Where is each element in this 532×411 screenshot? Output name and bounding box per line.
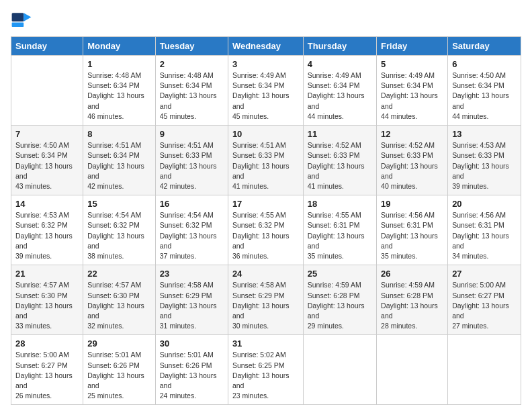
day-detail: Sunrise: 5:01 AMSunset: 6:26 PMDaylight:… xyxy=(87,350,151,401)
daylight-text: Daylight: 13 hours and xyxy=(87,161,151,181)
calendar-cell xyxy=(11,56,83,126)
daylight-text: Daylight: 13 hours and xyxy=(87,301,151,321)
day-detail: Sunrise: 4:59 AMSunset: 6:28 PMDaylight:… xyxy=(308,280,372,331)
calendar-cell: 7Sunrise: 4:50 AMSunset: 6:34 PMDaylight… xyxy=(11,126,83,195)
sunrise-text: Sunrise: 4:56 AM xyxy=(452,210,517,220)
sunset-text: Sunset: 6:28 PM xyxy=(381,291,443,301)
sunrise-text: Sunrise: 5:00 AM xyxy=(452,280,517,290)
daylight-text: Daylight: 13 hours and xyxy=(308,231,372,251)
day-detail: Sunrise: 5:00 AMSunset: 6:27 PMDaylight:… xyxy=(452,280,517,331)
daylight-text: Daylight: 13 hours and xyxy=(232,231,299,251)
day-number: 2 xyxy=(160,59,224,69)
sunrise-text: Sunrise: 4:57 AM xyxy=(15,280,79,290)
daylight-text: Daylight: 13 hours and xyxy=(232,301,299,321)
daylight-text: Daylight: 13 hours and xyxy=(87,231,151,251)
sunrise-text: Sunrise: 5:02 AM xyxy=(232,350,299,360)
day-number: 5 xyxy=(381,59,443,69)
daylight-text-cont: 42 minutes. xyxy=(87,181,151,191)
day-number: 16 xyxy=(160,199,224,209)
daylight-text: Daylight: 13 hours and xyxy=(160,301,224,321)
day-detail: Sunrise: 4:48 AMSunset: 6:34 PMDaylight:… xyxy=(160,71,224,122)
sunset-text: Sunset: 6:32 PM xyxy=(232,220,299,230)
daylight-text-cont: 44 minutes. xyxy=(452,111,517,122)
sunrise-text: Sunrise: 4:55 AM xyxy=(232,210,299,220)
day-number: 3 xyxy=(232,59,299,69)
daylight-text-cont: 43 minutes. xyxy=(15,181,79,191)
day-number: 21 xyxy=(15,269,79,279)
sunset-text: Sunset: 6:34 PM xyxy=(160,81,224,91)
day-detail: Sunrise: 4:59 AMSunset: 6:28 PMDaylight:… xyxy=(381,280,443,331)
sunset-text: Sunset: 6:27 PM xyxy=(15,361,79,371)
sunset-text: Sunset: 6:34 PM xyxy=(87,150,151,161)
day-number: 13 xyxy=(452,129,517,139)
daylight-text-cont: 42 minutes. xyxy=(160,181,224,191)
sunrise-text: Sunrise: 4:52 AM xyxy=(308,140,372,150)
daylight-text: Daylight: 13 hours and xyxy=(381,301,443,321)
calendar-cell: 13Sunrise: 4:53 AMSunset: 6:33 PMDayligh… xyxy=(448,126,521,195)
day-number: 11 xyxy=(308,129,372,139)
calendar-cell xyxy=(448,335,521,405)
day-number: 23 xyxy=(160,269,224,279)
daylight-text: Daylight: 13 hours and xyxy=(381,231,443,251)
calendar-cell: 12Sunrise: 4:52 AMSunset: 6:33 PMDayligh… xyxy=(377,126,448,195)
sunrise-text: Sunrise: 4:50 AM xyxy=(452,71,517,81)
daylight-text: Daylight: 13 hours and xyxy=(381,91,443,111)
day-detail: Sunrise: 5:02 AMSunset: 6:25 PMDaylight:… xyxy=(232,350,299,401)
calendar-cell: 9Sunrise: 4:51 AMSunset: 6:33 PMDaylight… xyxy=(155,126,228,195)
calendar-cell: 23Sunrise: 4:58 AMSunset: 6:29 PMDayligh… xyxy=(155,265,228,335)
sunrise-text: Sunrise: 4:48 AM xyxy=(87,71,151,81)
day-detail: Sunrise: 4:48 AMSunset: 6:34 PMDaylight:… xyxy=(87,71,151,122)
daylight-text: Daylight: 13 hours and xyxy=(308,91,372,111)
calendar-cell: 10Sunrise: 4:51 AMSunset: 6:33 PMDayligh… xyxy=(228,126,303,195)
sunset-text: Sunset: 6:26 PM xyxy=(87,361,151,371)
day-number: 19 xyxy=(381,199,443,209)
daylight-text-cont: 40 minutes. xyxy=(381,181,443,191)
daylight-text: Daylight: 13 hours and xyxy=(381,161,443,181)
day-number: 24 xyxy=(232,269,299,279)
svg-marker-1 xyxy=(24,13,31,21)
calendar-cell: 26Sunrise: 4:59 AMSunset: 6:28 PMDayligh… xyxy=(377,265,448,335)
day-number: 22 xyxy=(87,269,151,279)
day-detail: Sunrise: 4:57 AMSunset: 6:30 PMDaylight:… xyxy=(87,280,151,331)
sunrise-text: Sunrise: 4:52 AM xyxy=(381,140,443,150)
daylight-text: Daylight: 13 hours and xyxy=(15,301,79,321)
calendar-cell: 1Sunrise: 4:48 AMSunset: 6:34 PMDaylight… xyxy=(83,56,156,126)
day-number: 1 xyxy=(87,59,151,69)
logo xyxy=(11,11,35,30)
sunset-text: Sunset: 6:33 PM xyxy=(452,150,517,161)
sunset-text: Sunset: 6:32 PM xyxy=(160,220,224,230)
calendar-week-row: 7Sunrise: 4:50 AMSunset: 6:34 PMDaylight… xyxy=(11,126,521,195)
calendar-week-row: 1Sunrise: 4:48 AMSunset: 6:34 PMDaylight… xyxy=(11,56,521,126)
day-number: 20 xyxy=(452,199,517,209)
daylight-text-cont: 31 minutes. xyxy=(160,321,224,331)
daylight-text: Daylight: 13 hours and xyxy=(87,91,151,111)
calendar-cell: 6Sunrise: 4:50 AMSunset: 6:34 PMDaylight… xyxy=(448,56,521,126)
day-detail: Sunrise: 4:58 AMSunset: 6:29 PMDaylight:… xyxy=(232,280,299,331)
day-detail: Sunrise: 4:53 AMSunset: 6:33 PMDaylight:… xyxy=(452,140,517,191)
day-detail: Sunrise: 4:55 AMSunset: 6:31 PMDaylight:… xyxy=(308,210,372,261)
sunset-text: Sunset: 6:27 PM xyxy=(452,291,517,301)
calendar-cell: 17Sunrise: 4:55 AMSunset: 6:32 PMDayligh… xyxy=(228,195,303,265)
calendar-body: 1Sunrise: 4:48 AMSunset: 6:34 PMDaylight… xyxy=(11,56,521,405)
sunrise-text: Sunrise: 4:56 AM xyxy=(381,210,443,220)
calendar-cell: 4Sunrise: 4:49 AMSunset: 6:34 PMDaylight… xyxy=(303,56,376,126)
calendar-cell: 2Sunrise: 4:48 AMSunset: 6:34 PMDaylight… xyxy=(155,56,228,126)
sunset-text: Sunset: 6:34 PM xyxy=(308,81,372,91)
day-number: 27 xyxy=(452,269,517,279)
daylight-text: Daylight: 13 hours and xyxy=(160,161,224,181)
calendar-cell: 29Sunrise: 5:01 AMSunset: 6:26 PMDayligh… xyxy=(83,335,156,405)
sunset-text: Sunset: 6:28 PM xyxy=(308,291,372,301)
daylight-text: Daylight: 13 hours and xyxy=(87,371,151,391)
calendar-table: SundayMondayTuesdayWednesdayThursdayFrid… xyxy=(11,36,521,405)
day-detail: Sunrise: 4:54 AMSunset: 6:32 PMDaylight:… xyxy=(87,210,151,261)
day-number: 29 xyxy=(87,338,151,349)
calendar-week-row: 14Sunrise: 4:53 AMSunset: 6:32 PMDayligh… xyxy=(11,195,521,265)
calendar-cell: 5Sunrise: 4:49 AMSunset: 6:34 PMDaylight… xyxy=(377,56,448,126)
day-number: 26 xyxy=(381,269,443,279)
day-of-week-header: Sunday xyxy=(11,37,83,56)
daylight-text-cont: 27 minutes. xyxy=(452,321,517,331)
day-detail: Sunrise: 4:51 AMSunset: 6:34 PMDaylight:… xyxy=(87,140,151,191)
day-of-week-header: Thursday xyxy=(303,37,376,56)
calendar-cell: 11Sunrise: 4:52 AMSunset: 6:33 PMDayligh… xyxy=(303,126,376,195)
sunrise-text: Sunrise: 4:57 AM xyxy=(87,280,151,290)
